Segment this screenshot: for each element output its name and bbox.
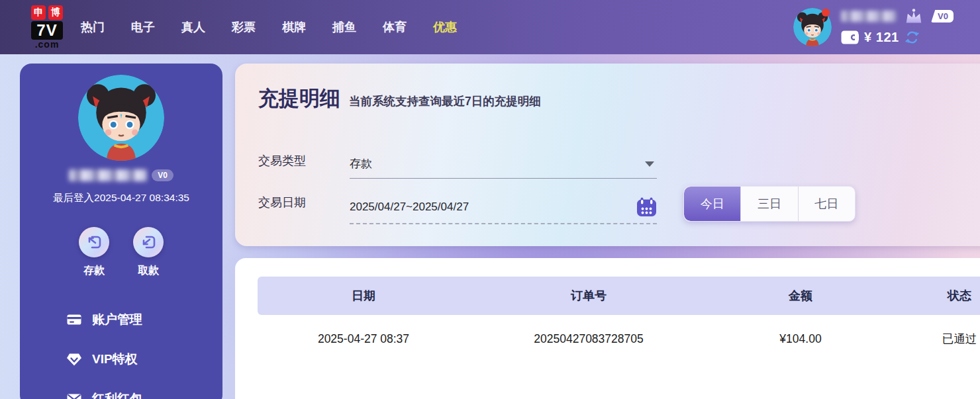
top-navigation-bar: 申 博 7V .com 热门 电子 真人 彩票 棋牌 捕鱼 体育 优惠 bbox=[0, 0, 980, 54]
bank-card-icon bbox=[66, 312, 82, 328]
logo-squares: 申 博 bbox=[31, 5, 63, 20]
nav-item-sports[interactable]: 体育 bbox=[383, 19, 407, 35]
refresh-balance-icon[interactable] bbox=[905, 30, 920, 45]
nav-item-promo[interactable]: 优惠 bbox=[433, 19, 457, 35]
content-area: V0 最后登入2025-04-27 08:34:35 存款 bbox=[0, 54, 980, 399]
date-range-button-group: 今日 三日 七日 bbox=[683, 186, 856, 222]
user-info-column: V0 ¥ 121 bbox=[841, 8, 954, 47]
sidebar-item-account[interactable]: 账户管理 bbox=[66, 300, 222, 339]
profile-avatar[interactable] bbox=[78, 75, 164, 161]
dropdown-caret-icon bbox=[645, 161, 654, 167]
page-root: 申 博 7V .com 热门 电子 真人 彩票 棋牌 捕鱼 体育 优惠 bbox=[0, 0, 980, 399]
logo-square-2: 博 bbox=[48, 5, 63, 20]
nav-item-slots[interactable]: 电子 bbox=[131, 19, 155, 35]
column-header-date: 日期 bbox=[258, 288, 469, 304]
logo-square-1: 申 bbox=[31, 5, 46, 20]
withdraw-button[interactable]: 取款 bbox=[133, 227, 164, 278]
transaction-date-field[interactable]: 2025/04/27~2025/04/27 bbox=[350, 191, 657, 224]
profile-vip-badge: V0 bbox=[152, 169, 173, 181]
sidebar-item-label: 账户管理 bbox=[92, 311, 142, 328]
transaction-date-label: 交易日期 bbox=[258, 195, 306, 210]
profile-name-row: V0 bbox=[20, 169, 222, 181]
red-packet-icon bbox=[66, 391, 82, 399]
transaction-date-value: 2025/04/27~2025/04/27 bbox=[350, 200, 469, 214]
page-title: 充提明细 bbox=[258, 85, 340, 112]
cell-status: 已通过 bbox=[893, 331, 980, 347]
withdraw-icon bbox=[133, 227, 164, 257]
logo-tld: .com bbox=[35, 39, 60, 50]
withdraw-label: 取款 bbox=[138, 264, 159, 278]
sidebar-item-label: VIP特权 bbox=[92, 351, 138, 368]
nav-item-lottery[interactable]: 彩票 bbox=[232, 19, 256, 35]
balance-amount: ¥ 121 bbox=[864, 30, 899, 45]
deposit-button[interactable]: 存款 bbox=[79, 227, 109, 278]
column-header-amount: 金额 bbox=[708, 288, 893, 304]
calendar-icon[interactable] bbox=[636, 197, 657, 217]
user-name-row: V0 bbox=[841, 8, 954, 25]
user-avatar[interactable] bbox=[793, 8, 832, 46]
transaction-type-value: 存款 bbox=[350, 156, 372, 171]
transaction-type-label: 交易类型 bbox=[258, 153, 306, 169]
range-button-7days[interactable]: 七日 bbox=[798, 187, 855, 221]
nav-item-fishing[interactable]: 捕鱼 bbox=[332, 19, 356, 35]
vip-diamond-icon bbox=[66, 351, 82, 367]
wallet-icon bbox=[841, 30, 859, 44]
header-user-area: V0 ¥ 121 bbox=[793, 8, 954, 47]
logo-text: 7V bbox=[31, 21, 62, 40]
profile-username-blurred bbox=[69, 169, 147, 181]
title-row: 充提明细 当前系统支持查询最近7日的充提明细 bbox=[258, 85, 541, 112]
sidebar-item-label: 红利红包 bbox=[92, 390, 142, 399]
main-nav: 热门 电子 真人 彩票 棋牌 捕鱼 体育 优惠 bbox=[81, 19, 457, 35]
table-header-row: 日期 订单号 金额 状态 bbox=[258, 277, 980, 315]
notification-dot bbox=[822, 9, 830, 17]
user-balance-row: ¥ 121 bbox=[841, 28, 954, 47]
deposit-label: 存款 bbox=[83, 264, 105, 278]
nav-item-cards[interactable]: 棋牌 bbox=[282, 19, 306, 35]
cell-amount: ¥104.00 bbox=[708, 332, 893, 346]
transaction-type-select[interactable]: 存款 bbox=[350, 150, 657, 179]
column-header-order: 订单号 bbox=[469, 288, 708, 304]
site-logo[interactable]: 申 博 7V .com bbox=[21, 5, 73, 50]
sidebar-item-redpacket[interactable]: 红利红包 bbox=[66, 379, 222, 399]
range-button-today[interactable]: 今日 bbox=[684, 187, 740, 221]
sidebar: V0 最后登入2025-04-27 08:34:35 存款 bbox=[20, 64, 222, 399]
sidebar-item-vip[interactable]: VIP特权 bbox=[66, 339, 222, 379]
cell-order-number: 20250427083728705 bbox=[469, 332, 708, 346]
nav-item-hot[interactable]: 热门 bbox=[81, 19, 105, 35]
sidebar-menu: 账户管理 VIP特权 bbox=[20, 300, 222, 399]
username-blurred bbox=[841, 11, 897, 22]
table-row: 2025-04-27 08:37 20250427083728705 ¥104.… bbox=[258, 315, 980, 363]
column-header-status: 状态 bbox=[893, 288, 980, 304]
cell-date: 2025-04-27 08:37 bbox=[258, 332, 469, 346]
vip-level-badge: V0 bbox=[931, 10, 954, 22]
records-table-card: 日期 订单号 金额 状态 2025-04-27 08:37 2025042708… bbox=[235, 258, 980, 399]
crown-icon bbox=[902, 8, 926, 25]
last-login-text: 最后登入2025-04-27 08:34:35 bbox=[20, 191, 222, 205]
range-button-3days[interactable]: 三日 bbox=[740, 187, 797, 221]
deposit-icon bbox=[79, 227, 109, 257]
quick-actions: 存款 取款 bbox=[20, 227, 222, 278]
filter-card: 充提明细 当前系统支持查询最近7日的充提明细 交易类型 存款 交易日期 2025… bbox=[235, 64, 980, 246]
page-subtitle: 当前系统支持查询最近7日的充提明细 bbox=[349, 93, 541, 109]
nav-item-live[interactable]: 真人 bbox=[181, 19, 205, 35]
